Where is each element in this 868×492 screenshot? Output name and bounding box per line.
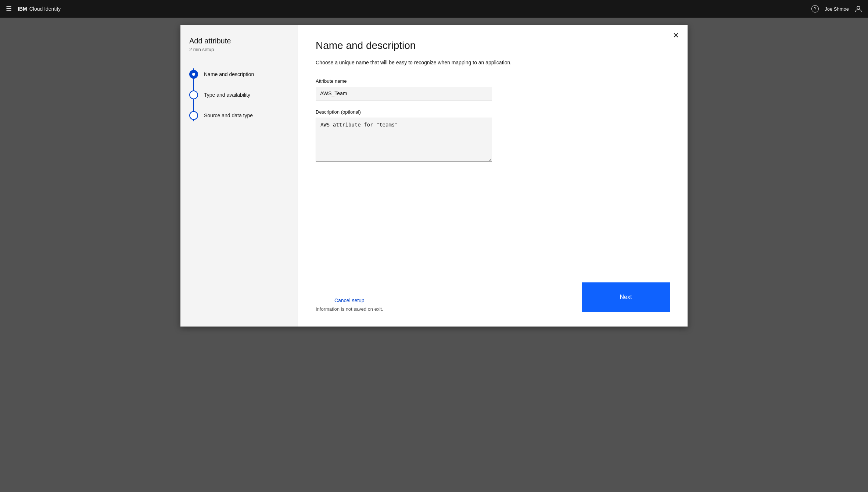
sidebar-steps: Name and description Type and availabili… [189,64,289,126]
step-label-3: Source and data type [204,113,253,118]
navbar: ☰ IBM Cloud Identity ? Joe Shmoe [0,0,868,18]
close-button[interactable]: ✕ [670,29,682,41]
brand-product: Cloud Identity [29,6,61,12]
step-indicator-2 [189,90,198,99]
step-label-1: Name and description [204,71,254,77]
next-button[interactable]: Next [582,282,670,312]
attribute-name-input[interactable] [316,87,492,100]
help-icon[interactable]: ? [811,5,819,13]
sidebar-step-name[interactable]: Name and description [189,64,289,85]
attribute-name-group: Attribute name [316,78,492,100]
sidebar-title: Add attribute [189,37,289,45]
step-indicator-3 [189,111,198,120]
sidebar-step-type[interactable]: Type and availability [189,85,289,105]
sidebar-subtitle: 2 min setup [189,47,289,52]
user-icon[interactable] [855,5,862,13]
step-label-2: Type and availability [204,92,250,98]
navbar-right: ? Joe Shmoe [811,5,862,13]
footer-left: Cancel setup Information is not saved on… [316,297,383,312]
footer-note: Information is not saved on exit. [316,306,383,312]
dialog-footer: Cancel setup Information is not saved on… [316,268,670,312]
cancel-button[interactable]: Cancel setup [316,297,383,303]
main-area: ✕ Add attribute 2 min setup Name and des… [0,18,868,492]
brand-ibm: IBM [18,6,27,12]
username: Joe Shmoe [825,6,849,12]
description-group: Description (optional) [316,109,492,163]
sidebar-step-source[interactable]: Source and data type [189,105,289,126]
description-textarea[interactable] [316,118,492,162]
attribute-name-label: Attribute name [316,78,492,84]
dialog: ✕ Add attribute 2 min setup Name and des… [180,25,688,327]
section-title: Name and description [316,40,670,51]
description-label: Description (optional) [316,109,492,115]
svg-point-0 [857,6,860,9]
svg-point-1 [192,73,195,76]
sidebar: Add attribute 2 min setup Name and descr… [180,25,298,327]
section-description: Choose a unique name that will be easy t… [316,59,536,67]
dialog-body: Add attribute 2 min setup Name and descr… [180,25,688,327]
brand: IBM Cloud Identity [18,6,61,12]
step-indicator-1 [189,70,198,79]
menu-icon[interactable]: ☰ [6,5,12,13]
dialog-content: Name and description Choose a unique nam… [298,25,688,327]
